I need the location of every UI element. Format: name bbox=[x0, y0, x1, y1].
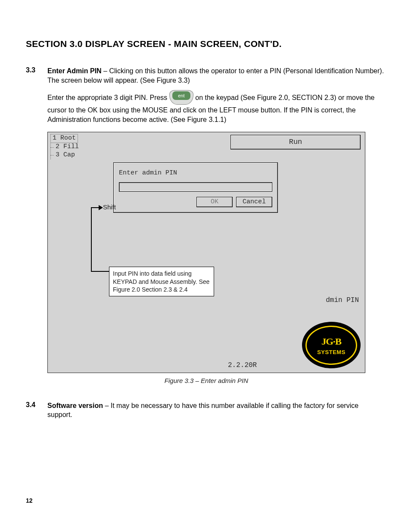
entry-number-3-4: 3.4 bbox=[26, 401, 40, 420]
connector-line-v bbox=[91, 207, 92, 272]
pin-dialog: Enter admin PIN OK Cancel bbox=[113, 162, 278, 213]
entry-number-3-3: 3.3 bbox=[26, 66, 40, 390]
figure-screenshot: 1 Root 2 Fill 3 Cap Run Enter admin PIN … bbox=[47, 132, 365, 373]
section-heading: SECTION 3.0 DISPLAY SCREEN - MAIN SCREEN… bbox=[26, 39, 385, 49]
tree-panel: 1 Root 2 Fill 3 Cap bbox=[50, 134, 98, 159]
systems-logo: JG·B SYSTEMS bbox=[302, 322, 361, 368]
run-button[interactable]: Run bbox=[230, 135, 361, 149]
pin-input[interactable] bbox=[119, 182, 272, 192]
page-number: 12 bbox=[26, 497, 385, 504]
ent-key-label: ent bbox=[172, 91, 190, 100]
ent-key-icon: ent bbox=[169, 90, 193, 105]
tree-item-cap[interactable]: 3 Cap bbox=[50, 151, 98, 159]
entry-3-3-lead: Enter Admin PIN bbox=[47, 67, 102, 75]
logo-text-top: JG·B bbox=[321, 336, 341, 348]
shift-annotation: Shift bbox=[103, 203, 116, 212]
tree-root[interactable]: 1 Root bbox=[50, 134, 78, 143]
ok-button[interactable]: OK bbox=[196, 197, 233, 207]
dialog-label: Enter admin PIN bbox=[119, 169, 272, 177]
admin-pin-label: dmin PIN bbox=[326, 296, 359, 305]
cancel-button[interactable]: Cancel bbox=[236, 197, 272, 207]
entry-3-4-lead: Software version bbox=[47, 402, 103, 409]
tree-item-fill[interactable]: 2 Fill bbox=[50, 143, 98, 151]
figure-caption: Figure 3.3 – Enter admin PIN bbox=[47, 376, 365, 385]
entry-3-3-para1: Enter Admin PIN – Clicking on this butto… bbox=[47, 66, 385, 85]
logo-text-bottom: SYSTEMS bbox=[317, 348, 346, 356]
entry-3-3-pre: Enter the appropriate 3 digit PIN. Press bbox=[47, 94, 169, 101]
software-version: 2.2.20R bbox=[228, 361, 257, 370]
connector-line-h bbox=[91, 271, 110, 272]
entry-3-3-para2: Enter the appropriate 3 digit PIN. Press… bbox=[47, 91, 385, 124]
entry-3-4-body: Software version – It may be necessary t… bbox=[47, 401, 385, 420]
callout-box: Input PIN into data field using KEYPAD a… bbox=[109, 267, 214, 296]
arrow-icon bbox=[91, 204, 103, 210]
